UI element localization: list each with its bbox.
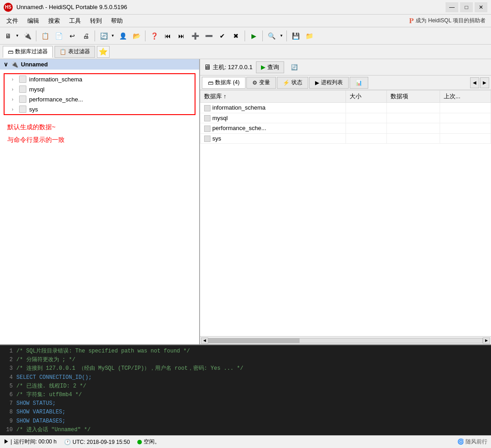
sql-text: /* 连接到 127.0.0.1 （经由 MySQL (TCP/IP)），用户名… <box>16 364 243 373</box>
db-filter-label: 数据库过滤器 <box>15 48 48 55</box>
new-session-btn[interactable]: 🖥 <box>2 30 15 42</box>
skip-prev-btn[interactable]: ⏭ <box>175 30 188 42</box>
cancel-btn[interactable]: ✖ <box>230 30 242 42</box>
run-btn[interactable]: ▶ <box>247 30 260 42</box>
line-number: 9 <box>4 417 13 426</box>
skip-first-btn[interactable]: ⏮ <box>161 30 174 42</box>
import-btn[interactable]: 📂 <box>130 30 143 42</box>
sql-text: SHOW VARIABLES; <box>16 408 65 417</box>
remove-btn[interactable]: ➖ <box>202 30 215 42</box>
db-row-icon <box>204 136 210 142</box>
tab-processes[interactable]: ▶ 进程列表 <box>309 77 349 89</box>
close-button[interactable]: ✕ <box>475 2 487 12</box>
scroll-track[interactable] <box>208 338 483 343</box>
connection-name: Unnamed <box>21 61 48 68</box>
sql-text: /* 字符集: utf8mb4 */ <box>16 391 82 399</box>
scroll-right-arrow[interactable]: ▶ <box>483 337 490 344</box>
add-btn[interactable]: ➕ <box>189 30 201 42</box>
table-row[interactable]: sys <box>200 133 491 144</box>
db-name: performance_sche... <box>29 96 83 103</box>
help-btn[interactable]: ❓ <box>148 30 160 42</box>
menu-file[interactable]: 文件 <box>2 15 23 27</box>
host-label: 主机: 127.0.0.1 <box>213 63 252 71</box>
refresh-db-btn[interactable]: 🔄 <box>288 61 301 74</box>
copy-btn[interactable]: 📋 <box>39 30 51 42</box>
menu-goto[interactable]: 转到 <box>85 15 106 27</box>
table-row[interactable]: mysql <box>200 113 491 123</box>
tree-item-mysql[interactable]: › mysql <box>5 84 195 94</box>
line-number: 5 <box>4 382 13 391</box>
tab-proc-label: 进程列表 <box>321 79 343 86</box>
sql-text: SHOW STATUS; <box>16 399 55 408</box>
db-cell-items <box>386 103 440 113</box>
connection-header: ∨ 🔌 Unnamed <box>0 59 199 70</box>
paste-btn[interactable]: 📄 <box>52 30 65 42</box>
menu-tools[interactable]: 工具 <box>65 15 85 27</box>
refresh-arrow[interactable]: ▼ <box>110 30 115 42</box>
undo-btn[interactable]: ↩ <box>66 30 79 42</box>
new-session-arrow[interactable]: ▼ <box>15 30 20 42</box>
annotation-line1: 默认生成的数据~ <box>7 121 192 133</box>
saveas-btn[interactable]: 📁 <box>303 30 316 42</box>
export-arrow[interactable]: ▼ <box>279 30 284 42</box>
db-filter-tab[interactable]: 🗃 数据库过滤器 <box>3 46 53 58</box>
tab-var-label: 变量 <box>259 79 270 86</box>
table-row[interactable]: information_schema <box>200 103 491 113</box>
app-icon: HS <box>4 3 13 12</box>
sql-line-4: 4 SELECT CONNECTION_ID(); <box>4 373 487 382</box>
table-filter-icon: 📋 <box>60 49 66 55</box>
tab-nav-left[interactable]: ◀ <box>470 77 479 88</box>
refresh-group: 🔄 ▼ <box>97 30 115 42</box>
title-bar: HS Unnamed\ - HeidiSQL Portable 9.5.0.51… <box>0 0 491 15</box>
collapse-arrow: › <box>12 77 16 82</box>
scroll-left-arrow[interactable]: ◀ <box>201 337 208 344</box>
highlighted-databases: › information_schema › mysql › performan… <box>4 73 195 115</box>
tab-status-icon: ⚡ <box>283 80 290 86</box>
col-items[interactable]: 数据项 <box>386 91 440 103</box>
host-indicator: 🖥 主机: 127.0.0.1 <box>204 63 252 71</box>
tab-nav-right[interactable]: ▶ <box>480 77 489 88</box>
menu-edit[interactable]: 编辑 <box>23 15 44 27</box>
table-row[interactable]: performance_sche... <box>200 123 491 134</box>
sep-6 <box>286 30 287 41</box>
col-size[interactable]: 大小 <box>346 91 387 103</box>
search-btn[interactable]: 🔍 <box>265 30 278 42</box>
watermark-text: 🌀 随风前行 <box>457 438 487 446</box>
table-filter-tab[interactable]: 📋 表过滤器 <box>55 46 95 58</box>
favorites-btn[interactable]: ⭐ <box>97 46 110 58</box>
maximize-button[interactable]: □ <box>460 2 473 12</box>
db-name: mysql <box>29 86 45 93</box>
sql-line-3: 3 /* 连接到 127.0.0.1 （经由 MySQL (TCP/IP)），用… <box>4 364 487 373</box>
col-database[interactable]: 数据库 ↑ <box>200 91 346 103</box>
db-cell-items <box>386 123 440 134</box>
menu-help[interactable]: 帮助 <box>106 15 127 27</box>
patreon-link[interactable]: 𝐏 成为 HeidiSQL 项目的捐助者 <box>409 17 486 25</box>
tab-status[interactable]: ⚡ 状态 <box>277 77 308 89</box>
check-btn[interactable]: ✔ <box>216 30 229 42</box>
line-number: 6 <box>4 391 13 399</box>
refresh-btn[interactable]: 🔄 <box>97 30 110 42</box>
window-controls: — □ ✕ <box>446 2 487 12</box>
db-icon <box>19 96 26 103</box>
minimize-button[interactable]: — <box>446 2 458 12</box>
col-last[interactable]: 上次... <box>440 91 491 103</box>
menu-search[interactable]: 搜索 <box>44 15 65 27</box>
tree-item-sys[interactable]: › sys <box>5 104 195 114</box>
db-cell-items <box>386 133 440 144</box>
tree-item-information-schema[interactable]: › information_schema <box>5 74 195 84</box>
tab-variables[interactable]: ⚙ 变量 <box>246 77 276 89</box>
tab-chart[interactable]: 📊 <box>350 77 368 89</box>
db-cell-name: sys <box>200 133 346 144</box>
db-row-icon <box>204 126 210 132</box>
disconnect-btn[interactable]: 🔌 <box>21 30 34 42</box>
tab-chart-icon: 📊 <box>356 80 362 86</box>
tab-databases[interactable]: 🗃 数据库 (4) <box>202 77 246 89</box>
user-btn[interactable]: 👤 <box>116 30 129 42</box>
query-button[interactable]: ▶ 查询 <box>256 61 284 73</box>
horizontal-scrollbar[interactable]: ◀ ▶ <box>200 336 491 344</box>
tree-item-performance-schema[interactable]: › performance_sche... <box>5 94 195 104</box>
print-btn[interactable]: 🖨 <box>80 30 92 42</box>
sql-line-8: 8 SHOW VARIABLES; <box>4 408 487 417</box>
utc-status: 🕐 UTC: 2018-09-19 15:50 <box>64 439 130 445</box>
save-btn[interactable]: 💾 <box>289 30 302 42</box>
